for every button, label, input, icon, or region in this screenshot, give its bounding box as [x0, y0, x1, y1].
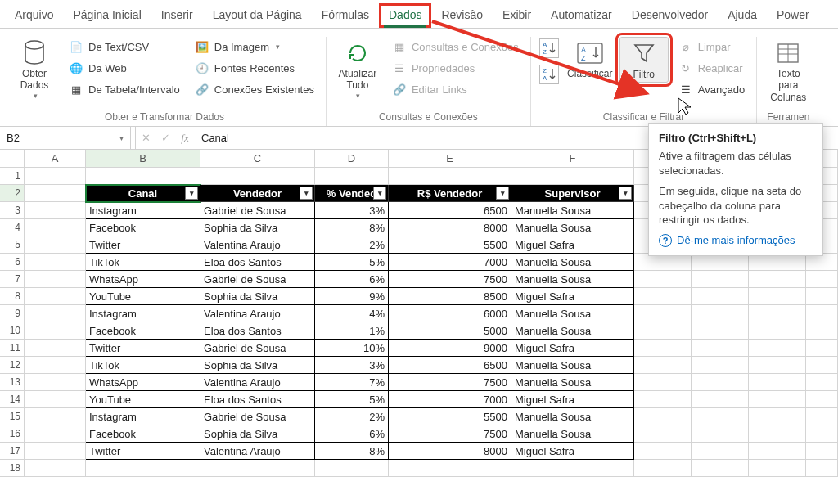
cell[interactable]: 2% [315, 236, 389, 254]
cell[interactable] [692, 391, 749, 408]
row-header[interactable]: 9 [0, 305, 25, 322]
texto-para-colunas-button[interactable]: Texto para Colunas [764, 37, 813, 105]
cell[interactable] [25, 408, 86, 425]
cell[interactable] [749, 374, 806, 391]
cell[interactable] [749, 254, 806, 271]
cell[interactable]: WhatsApp [86, 374, 200, 391]
col-header-E[interactable]: E [389, 150, 511, 167]
cell[interactable] [806, 305, 838, 322]
cell[interactable]: Instagram [86, 305, 200, 322]
cell[interactable] [749, 408, 806, 425]
cell[interactable] [634, 288, 692, 305]
row-header[interactable]: 8 [0, 288, 25, 305]
cell[interactable]: Instagram [86, 408, 200, 425]
filter-dropdown-icon[interactable] [373, 187, 386, 200]
cell[interactable] [806, 322, 838, 340]
cell[interactable]: Gabriel de Sousa [200, 340, 315, 357]
cell[interactable]: Miguel Safra [511, 443, 634, 460]
row-header[interactable]: 18 [0, 460, 25, 477]
cell[interactable] [692, 322, 749, 340]
select-all-corner[interactable] [0, 150, 25, 167]
row-header[interactable]: 1 [0, 168, 25, 185]
cell[interactable] [806, 460, 838, 477]
table-header-cell[interactable]: Vendedor [200, 185, 315, 202]
cell[interactable] [634, 408, 692, 425]
cell[interactable] [634, 271, 692, 288]
cell[interactable]: 7500 [389, 425, 511, 443]
cell[interactable]: 4% [315, 305, 389, 322]
cell[interactable] [634, 254, 692, 271]
cell[interactable]: 8000 [389, 219, 511, 236]
cell[interactable]: Valentina Araujo [200, 443, 315, 460]
cell[interactable] [692, 460, 749, 477]
filter-dropdown-icon[interactable] [496, 187, 509, 200]
cell[interactable] [634, 460, 692, 477]
de-tabela-button[interactable]: ▦ De Tabela/Intervalo [64, 79, 185, 99]
cell[interactable]: 10% [315, 340, 389, 357]
row-header[interactable]: 5 [0, 236, 25, 254]
cell[interactable] [25, 168, 86, 185]
cell[interactable] [692, 425, 749, 443]
cell[interactable] [806, 443, 838, 460]
cell[interactable]: Twitter [86, 340, 200, 357]
cell[interactable] [25, 271, 86, 288]
tab-automatizar[interactable]: Automatizar [541, 3, 622, 28]
cell[interactable]: Manuella Sousa [511, 357, 634, 374]
cell[interactable] [749, 460, 806, 477]
cell[interactable] [86, 460, 200, 477]
row-header[interactable]: 13 [0, 374, 25, 391]
cell[interactable] [25, 202, 86, 219]
cell[interactable] [692, 254, 749, 271]
cell[interactable] [806, 340, 838, 357]
cell[interactable] [749, 357, 806, 374]
cell[interactable] [806, 254, 838, 271]
cell[interactable] [749, 322, 806, 340]
cell[interactable]: Manuella Sousa [511, 271, 634, 288]
cell[interactable] [25, 340, 86, 357]
cell[interactable] [315, 168, 389, 185]
col-header-A[interactable]: A [25, 150, 86, 167]
cell[interactable]: 6% [315, 271, 389, 288]
cell[interactable] [692, 357, 749, 374]
row-header[interactable]: 16 [0, 425, 25, 443]
cell[interactable]: Facebook [86, 322, 200, 340]
cell[interactable] [692, 305, 749, 322]
row-header[interactable]: 7 [0, 271, 25, 288]
cell[interactable]: Eloa dos Santos [200, 391, 315, 408]
cell[interactable]: 7000 [389, 254, 511, 271]
cell[interactable] [806, 425, 838, 443]
row-header[interactable]: 11 [0, 340, 25, 357]
cell[interactable]: 5% [315, 391, 389, 408]
tab-power[interactable]: Power [767, 3, 819, 28]
row-header[interactable]: 12 [0, 357, 25, 374]
tab-desenvolvedor[interactable]: Desenvolvedor [622, 3, 718, 28]
cell[interactable]: Twitter [86, 236, 200, 254]
cell[interactable]: Manuella Sousa [511, 254, 634, 271]
classificar-button[interactable]: AZ Classificar [565, 37, 615, 81]
cell[interactable]: Sophia da Silva [200, 425, 315, 443]
cell[interactable] [634, 322, 692, 340]
cell[interactable]: Gabriel de Sousa [200, 408, 315, 425]
cell[interactable]: Manuella Sousa [511, 408, 634, 425]
row-header[interactable]: 17 [0, 443, 25, 460]
cell[interactable]: Manuella Sousa [511, 322, 634, 340]
cell[interactable] [25, 443, 86, 460]
col-header-F[interactable]: F [511, 150, 634, 167]
cell[interactable]: Manuella Sousa [511, 425, 634, 443]
tab-p-gina-inicial[interactable]: Página Inicial [63, 3, 151, 28]
tab-inserir[interactable]: Inserir [151, 3, 203, 28]
cell[interactable] [634, 425, 692, 443]
cell[interactable] [511, 168, 634, 185]
table-header-cell[interactable]: Canal [86, 185, 200, 202]
fontes-recentes-button[interactable]: 🕘 Fontes Recentes [190, 58, 319, 78]
cell[interactable] [806, 408, 838, 425]
cell[interactable] [692, 443, 749, 460]
cell[interactable]: 7000 [389, 391, 511, 408]
cell[interactable]: 5000 [389, 322, 511, 340]
tab-exibir[interactable]: Exibir [493, 3, 541, 28]
cell[interactable] [634, 340, 692, 357]
cell[interactable]: Eloa dos Santos [200, 322, 315, 340]
cell[interactable] [806, 288, 838, 305]
cell[interactable] [692, 340, 749, 357]
cell[interactable]: Miguel Safra [511, 288, 634, 305]
